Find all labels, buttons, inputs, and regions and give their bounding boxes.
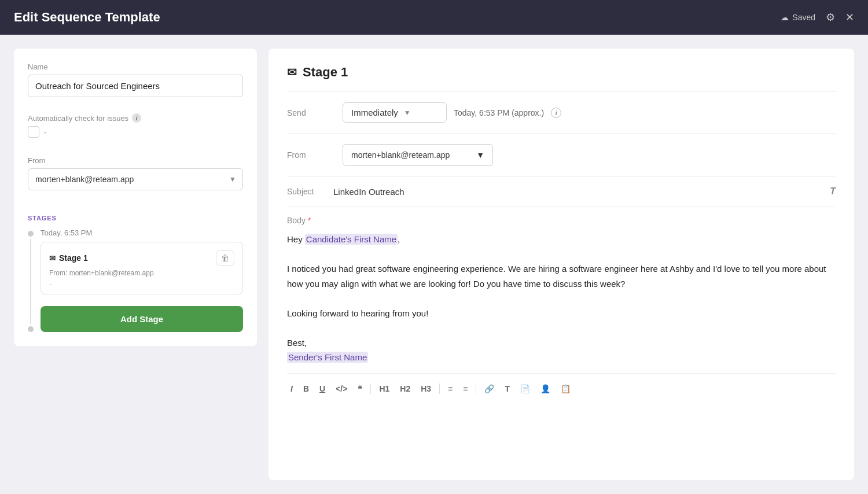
timeline-line (28, 228, 34, 332)
text-button[interactable]: T (501, 382, 513, 396)
stage-card-dash: - (49, 279, 234, 288)
auto-check-label: Automatically check for issues i (28, 113, 243, 123)
document-button[interactable]: 📄 (517, 382, 534, 396)
body-sign-off: Looking forward to hearing from you! (287, 306, 836, 321)
h2-button[interactable]: H2 (396, 382, 414, 396)
right-panel: ✉ Stage 1 Send Immediately ▼ Today, 6:53… (269, 49, 854, 480)
from-row-label: From (287, 150, 333, 160)
from-dropdown[interactable]: morten+blank@reteam.app ▼ (343, 144, 493, 166)
timeline-dot-bottom (28, 326, 34, 332)
stages-section: STAGES Today, 6:53 PM ✉ Stage 1 (28, 215, 243, 332)
stage-card: ✉ Stage 1 🗑 From: morten+blank@reteam.ap… (41, 242, 243, 294)
body-section: Body * Hey Candidate's First Name, I not… (287, 207, 836, 464)
toggle-dash: - (44, 128, 46, 137)
link-button[interactable]: 🔗 (481, 382, 498, 396)
name-input[interactable] (28, 75, 243, 97)
h1-button[interactable]: H1 (376, 382, 393, 396)
from-row: From morten+blank@reteam.app ▼ (287, 134, 836, 177)
toolbar-sep-2 (439, 384, 440, 394)
stage-header-title: Stage 1 (303, 65, 348, 80)
stage-header: ✉ Stage 1 (287, 65, 836, 92)
timeline-dot-top (28, 231, 34, 237)
stages-content: Today, 6:53 PM ✉ Stage 1 🗑 From: morten+… (41, 228, 243, 332)
body-toolbar: I B U </> ❝ H1 H2 H3 ≡ ≡ 🔗 T 📄 👤 📋 (287, 373, 836, 396)
send-value: Immediately (351, 108, 398, 117)
from-label: From (28, 156, 243, 165)
send-row: Send Immediately ▼ Today, 6:53 PM (appro… (287, 92, 836, 134)
body-line1: Hey Candidate's First Name, (287, 232, 836, 247)
bold-button[interactable]: B (300, 382, 312, 396)
unordered-list-button[interactable]: ≡ (459, 382, 471, 396)
saved-status: ☁ Saved (781, 13, 815, 22)
send-label: Send (287, 108, 333, 117)
candidate-first-name-token[interactable]: Candidate's First Name (305, 234, 398, 245)
auto-check-info-icon: i (132, 113, 141, 123)
close-button[interactable]: ✕ (845, 11, 854, 24)
subject-t-icon: T (830, 186, 836, 197)
stage-time: Today, 6:53 PM (41, 228, 243, 237)
code-button[interactable]: </> (332, 382, 351, 396)
stage-card-header: ✉ Stage 1 🗑 (49, 250, 234, 266)
stage-title-text: Stage 1 (59, 253, 88, 263)
italic-button[interactable]: I (287, 382, 296, 396)
body-content[interactable]: Hey Candidate's First Name, I noticed yo… (287, 232, 836, 365)
underline-button[interactable]: U (316, 382, 329, 396)
send-row-content: Immediately ▼ Today, 6:53 PM (approx.) i (343, 102, 836, 123)
from-select[interactable]: morten+blank@reteam.app (28, 168, 243, 190)
send-dropdown-arrow-icon: ▼ (404, 109, 411, 117)
header-actions: ☁ Saved ⚙ ✕ (781, 11, 854, 24)
body-label: Body * (287, 216, 836, 225)
stages-label: STAGES (28, 215, 243, 222)
toolbar-sep-1 (370, 384, 371, 394)
header: Edit Sequence Template ☁ Saved ⚙ ✕ (0, 0, 868, 35)
page-title: Edit Sequence Template (14, 10, 160, 25)
stage-card-from: From: morten+blank@reteam.app (49, 269, 234, 277)
subject-label: Subject (287, 187, 333, 196)
clipboard-button[interactable]: 📋 (557, 382, 574, 396)
name-label: Name (28, 62, 243, 71)
body-required: * (308, 216, 311, 225)
h3-button[interactable]: H3 (417, 382, 435, 396)
cloud-icon: ☁ (781, 13, 789, 22)
sender-first-name-token[interactable]: Sender's First Name (287, 352, 368, 363)
add-stage-button[interactable]: Add Stage (41, 306, 243, 332)
stage-email-icon: ✉ (49, 254, 56, 263)
from-select-wrapper: morten+blank@reteam.app ▼ (28, 168, 243, 190)
approx-text: Today, 6:53 PM (approx.) (454, 108, 544, 117)
ordered-list-button[interactable]: ≡ (444, 382, 456, 396)
stage-delete-button[interactable]: 🗑 (216, 250, 234, 266)
approx-info-icon: i (551, 108, 561, 118)
body-paragraph: I noticed you had great software enginee… (287, 261, 836, 291)
timeline-vert-line (30, 239, 31, 324)
settings-button[interactable]: ⚙ (826, 11, 835, 24)
subject-input[interactable] (333, 187, 825, 197)
from-dropdown-arrow-icon: ▼ (476, 150, 484, 160)
main-layout: Name Automatically check for issues i - … (0, 35, 868, 494)
auto-check-checkbox[interactable] (28, 126, 39, 138)
stage-card-title: ✉ Stage 1 (49, 253, 88, 263)
stage-header-email-icon: ✉ (287, 65, 297, 79)
saved-label: Saved (792, 13, 815, 22)
auto-check-toggle-row: - (28, 126, 243, 138)
subject-row: Subject T (287, 177, 836, 207)
stages-timeline: Today, 6:53 PM ✉ Stage 1 🗑 From: morten+… (28, 228, 243, 332)
send-dropdown[interactable]: Immediately ▼ (343, 102, 447, 123)
body-sign: Best, Sender's First Name (287, 336, 836, 365)
from-email: morten+blank@reteam.app (351, 150, 450, 160)
left-panel: Name Automatically check for issues i - … (14, 49, 257, 346)
person-button[interactable]: 👤 (537, 382, 554, 396)
toolbar-sep-3 (476, 384, 476, 394)
quote-button[interactable]: ❝ (354, 382, 366, 396)
from-row-content: morten+blank@reteam.app ▼ (343, 144, 836, 166)
